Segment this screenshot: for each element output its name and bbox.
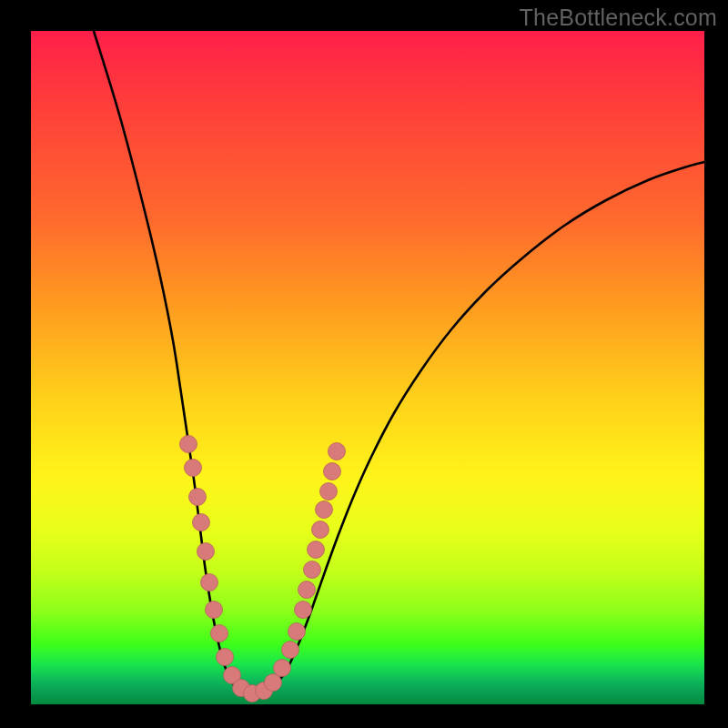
data-marker xyxy=(193,514,210,531)
bottleneck-curve xyxy=(94,31,704,695)
data-marker xyxy=(324,463,341,480)
marker-group-left xyxy=(180,436,261,703)
data-marker xyxy=(320,483,338,500)
data-marker xyxy=(288,623,306,641)
data-marker xyxy=(316,501,333,519)
data-marker xyxy=(329,443,346,460)
plot-background xyxy=(31,31,704,704)
data-marker xyxy=(304,561,321,579)
data-marker xyxy=(211,625,228,642)
data-marker xyxy=(265,674,282,692)
chart-svg xyxy=(31,31,704,704)
chart-frame: TheBottleneck.com xyxy=(0,0,728,728)
data-marker xyxy=(295,602,312,619)
data-marker xyxy=(201,574,218,592)
data-marker xyxy=(185,460,202,477)
data-marker xyxy=(217,649,234,666)
data-marker xyxy=(180,436,197,453)
data-marker xyxy=(274,660,291,677)
watermark-text: TheBottleneck.com xyxy=(520,5,717,31)
data-marker xyxy=(308,541,325,559)
data-marker xyxy=(312,521,329,539)
data-marker xyxy=(189,489,207,506)
data-marker xyxy=(197,543,215,561)
data-marker xyxy=(282,642,299,659)
marker-group-right xyxy=(256,443,346,700)
data-marker xyxy=(206,602,223,619)
data-marker xyxy=(298,581,316,599)
